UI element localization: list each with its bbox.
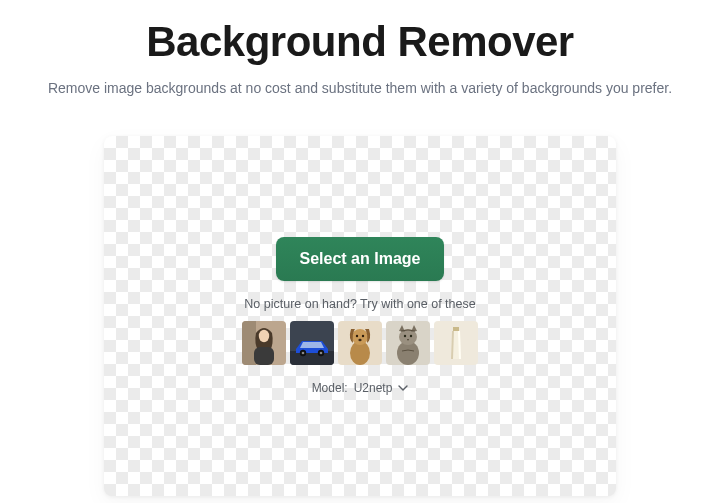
page-title: Background Remover — [0, 18, 720, 66]
sample-row — [242, 321, 478, 365]
svg-point-16 — [358, 338, 361, 340]
svg-rect-23 — [453, 327, 459, 331]
svg-rect-4 — [254, 347, 274, 365]
sample-hint: No picture on hand? Try with one of thes… — [242, 297, 478, 311]
sample-cat[interactable] — [386, 321, 430, 365]
svg-point-3 — [259, 329, 269, 341]
sample-person[interactable] — [242, 321, 286, 365]
svg-rect-6 — [290, 351, 334, 365]
page-subtitle: Remove image backgrounds at no cost and … — [0, 80, 720, 96]
model-label: Model: — [312, 381, 348, 395]
select-image-button[interactable]: Select an Image — [276, 237, 445, 281]
model-selector[interactable]: Model: U2netp — [312, 381, 409, 395]
sample-dog[interactable] — [338, 321, 382, 365]
svg-rect-1 — [242, 321, 256, 365]
svg-point-14 — [356, 334, 358, 336]
image-drop-canvas[interactable]: Select an Image No picture on hand? Try … — [104, 136, 616, 496]
svg-point-20 — [404, 334, 406, 336]
chevron-down-icon — [398, 383, 408, 393]
sample-car[interactable] — [290, 321, 334, 365]
svg-point-9 — [302, 351, 305, 354]
model-value: U2netp — [354, 381, 393, 395]
svg-point-10 — [320, 351, 323, 354]
sample-cosmetic-tube[interactable] — [434, 321, 478, 365]
upload-panel: Select an Image No picture on hand? Try … — [222, 217, 498, 416]
svg-point-15 — [362, 334, 364, 336]
svg-point-13 — [352, 329, 368, 345]
svg-point-21 — [410, 334, 412, 336]
